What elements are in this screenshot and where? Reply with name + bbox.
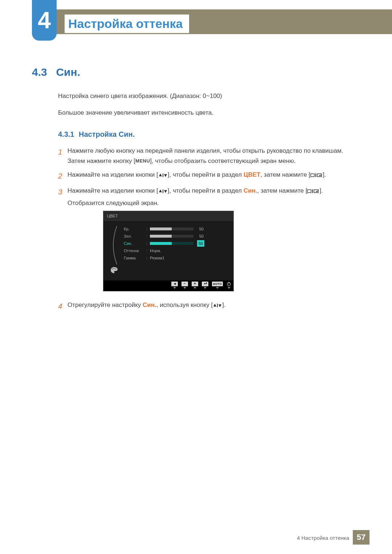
- highlight-term: ЦВЕТ: [244, 171, 260, 178]
- osd-footer: ◂ − + AUTO: [103, 280, 233, 291]
- subsection-title: Настройка Син.: [79, 130, 135, 138]
- osd-title: ЦВЕТ: [103, 211, 233, 221]
- menu-label: MENU: [135, 158, 150, 164]
- step-text: Отобразится следующий экран.: [68, 200, 159, 206]
- section-title: Син.: [56, 66, 80, 78]
- section-heading: 4.3 Син.: [32, 66, 355, 78]
- svg-marker-6: [319, 175, 320, 176]
- step-number: 1: [58, 146, 68, 166]
- osd-btn-minus: −: [181, 282, 188, 289]
- svg-marker-13: [316, 191, 317, 192]
- osd-value: 50: [197, 240, 204, 247]
- highlight-term: Син.: [143, 301, 156, 308]
- osd-row: Зел.:50: [124, 233, 229, 240]
- step-4: 4 Отрегулируйте настройку Син., использу…: [58, 300, 355, 313]
- svg-marker-21: [213, 304, 216, 307]
- svg-rect-10: [307, 190, 311, 193]
- osd-side-curve: [109, 225, 119, 265]
- svg-rect-11: [312, 189, 313, 193]
- svg-rect-8: [163, 189, 163, 193]
- step-text: ].: [319, 187, 323, 194]
- osd-colon: :: [146, 233, 150, 239]
- osd-slider: [150, 235, 193, 238]
- up-down-icon: [158, 173, 168, 178]
- step-text: Отрегулируйте настройку: [68, 301, 143, 308]
- step-number: 4: [58, 300, 68, 313]
- step-number: 2: [58, 170, 68, 182]
- step-text: , затем нажмите [: [257, 187, 307, 194]
- osd-btn-back: ◂: [171, 282, 178, 289]
- step-text: , затем нажмите [: [260, 171, 310, 178]
- osd-row-label: Зел.: [124, 233, 146, 239]
- svg-point-16: [114, 268, 115, 269]
- svg-rect-3: [311, 174, 314, 177]
- chapter-title: Настройка оттенка: [65, 15, 189, 33]
- osd-row-label: Гамма: [124, 255, 146, 261]
- header-band: [0, 9, 392, 34]
- step-text: ], чтобы отобразить соответствующий экра…: [150, 157, 295, 164]
- svg-marker-7: [159, 189, 162, 192]
- osd-btn-auto: AUTO: [212, 282, 223, 289]
- subsection-heading: 4.3.1 Настройка Син.: [58, 130, 355, 139]
- osd-btn-enter: [202, 282, 208, 289]
- osd-row: Кр.:50: [124, 225, 229, 233]
- intro-paragraph-1: Настройка синего цвета изображения. (Диа…: [58, 91, 355, 101]
- page-number-badge: 57: [353, 530, 369, 545]
- step-text: , используя кнопку [: [156, 301, 213, 308]
- osd-btn-plus: +: [192, 282, 198, 289]
- osd-slider: [150, 242, 193, 245]
- svg-marker-0: [159, 173, 162, 176]
- osd-slider: [150, 227, 193, 230]
- section-number: 4.3: [32, 66, 54, 78]
- step-1: 1 Нажмите любую кнопку на передней панел…: [58, 146, 355, 166]
- highlight-term: Син.: [244, 187, 257, 194]
- subsection-number: 4.3.1: [58, 130, 74, 138]
- osd-row: Син.:50: [124, 240, 229, 247]
- step-text: ].: [323, 171, 326, 178]
- footer-chapter-label: 4 Настройка оттенка: [297, 535, 349, 541]
- chapter-number-badge: 4: [32, 0, 57, 41]
- step-2: 2 Нажимайте на изделии кнопки [], чтобы …: [58, 170, 355, 182]
- osd-screenshot: ЦВЕТ Кр.:50Зел.:50Син.:50Оттенок:Норм.Га…: [103, 211, 234, 291]
- osd-value: 50: [193, 226, 204, 232]
- osd-colon: :: [146, 240, 150, 247]
- osd-row-label: Оттенок: [124, 247, 146, 254]
- svg-point-14: [112, 268, 113, 270]
- osd-row: Оттенок:Норм.: [124, 247, 229, 254]
- up-down-icon: [213, 303, 222, 308]
- step-number: 3: [58, 186, 68, 296]
- svg-rect-1: [163, 173, 163, 177]
- header-gap: [0, 9, 32, 34]
- osd-value: Режим1: [150, 255, 164, 261]
- osd-value: 50: [193, 233, 204, 239]
- svg-marker-18: [204, 283, 205, 284]
- step-3: 3 Нажимайте на изделии кнопки [], чтобы …: [58, 186, 355, 296]
- osd-row-label: Кр.: [124, 226, 146, 232]
- rect-enter-icon: [307, 189, 319, 194]
- svg-point-17: [115, 268, 117, 270]
- osd-btn-power: [226, 282, 231, 289]
- osd-colon: :: [146, 226, 150, 232]
- step-text: Нажимайте на изделии кнопки [: [68, 171, 158, 178]
- svg-point-15: [113, 268, 114, 269]
- palette-icon: [110, 267, 118, 274]
- step-text: ], чтобы перейти в раздел: [168, 171, 244, 178]
- osd-row-label: Син.: [124, 240, 146, 247]
- step-text: Нажимайте на изделии кнопки [: [68, 187, 158, 194]
- page-footer: 4 Настройка оттенка 57: [0, 530, 392, 545]
- step-text: ].: [222, 301, 225, 308]
- osd-colon: :: [146, 255, 150, 261]
- svg-marker-2: [164, 174, 167, 177]
- rect-enter-icon: [310, 173, 323, 178]
- intro-paragraph-2: Большое значение увеличивает интенсивнос…: [58, 108, 355, 118]
- osd-row: Гамма:Режим1: [124, 254, 229, 262]
- osd-colon: :: [146, 247, 150, 254]
- osd-value: Норм.: [150, 247, 161, 254]
- svg-marker-23: [219, 304, 221, 307]
- up-down-icon: [158, 189, 168, 194]
- step-text: ], чтобы перейти в раздел: [168, 187, 244, 194]
- svg-rect-22: [217, 304, 218, 307]
- svg-rect-4: [315, 173, 316, 177]
- svg-marker-9: [164, 190, 167, 193]
